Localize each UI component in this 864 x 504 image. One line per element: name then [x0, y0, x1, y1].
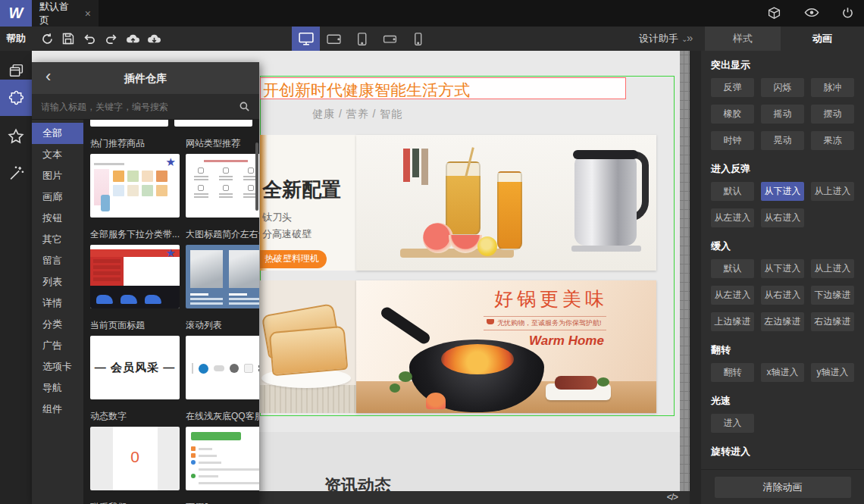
hero-subtitle-text[interactable]: 健康 / 营养 / 智能 [312, 108, 402, 121]
animation-option-button[interactable]: 时钟 [711, 131, 754, 150]
animation-option-button[interactable]: 翻转 [711, 363, 754, 382]
animation-option-button[interactable]: 默认 [711, 259, 754, 278]
plugin-category-item[interactable]: 选项卡 [32, 356, 83, 377]
plugin-card-hot-products[interactable]: ★ [90, 154, 180, 218]
animation-option-button[interactable]: 从上进入 [811, 182, 854, 201]
banner-blender[interactable]: 全新配置 钛刀头 分高速破壁 热破壁料理机 [260, 135, 356, 271]
clear-animation-button[interactable]: 清除动画 [715, 477, 851, 498]
animation-option-button[interactable]: 从右进入 [761, 208, 804, 227]
plugin-category-item[interactable]: 其它 [32, 229, 83, 250]
device-desktop-button[interactable] [292, 27, 320, 51]
search-icon[interactable] [239, 101, 250, 112]
plugin-card-site-types[interactable]: ★ [186, 154, 259, 218]
plugin-title: 联系我们 [90, 501, 180, 504]
refresh-icon[interactable] [41, 33, 54, 45]
plugin-card-scroll-list[interactable]: ★ [186, 336, 259, 399]
device-phone-portrait-button[interactable] [404, 27, 432, 51]
plugin-category-item[interactable]: 图片 [32, 165, 83, 186]
animation-option-button[interactable]: 从左进入 [711, 208, 754, 227]
animation-option-button[interactable]: 从下进入 [761, 182, 804, 201]
device-phone-landscape-button[interactable] [376, 27, 404, 51]
animation-option-button[interactable]: 闪烁 [761, 78, 804, 97]
device-tablet-portrait-button[interactable] [348, 27, 376, 51]
animation-option-button[interactable]: 从左进入 [711, 286, 754, 305]
code-view-icon[interactable]: </> [667, 492, 678, 502]
banner-blender-line2: 分高速破壁 [262, 227, 311, 241]
canvas-scrollbar-ruler[interactable] [680, 51, 690, 491]
hero-title-text[interactable]: 开创新时代健康智能生活方式 [263, 80, 470, 101]
plugin-card-dynamic-number[interactable]: 0 [90, 427, 180, 490]
save-icon[interactable] [62, 33, 75, 45]
tab-style[interactable]: 样式 [705, 27, 781, 51]
animation-option-button[interactable]: 橡胶 [711, 105, 754, 124]
animation-option-button[interactable]: 摇动 [761, 105, 804, 124]
plugin-card-page-title[interactable]: — 会员风采 — [90, 336, 180, 399]
collapse-panel-chevrons[interactable]: » [687, 27, 693, 51]
design-assistant-dropdown[interactable]: 设计助手⌄ [639, 27, 687, 51]
plugin-panel-header: ‹ 插件仓库 [32, 62, 259, 94]
tab-animation[interactable]: 动画 [781, 27, 864, 51]
plugin-category-item[interactable]: 详情 [32, 293, 83, 314]
animation-option-button[interactable]: 果冻 [811, 131, 854, 150]
banner-toast-photo[interactable] [260, 280, 356, 413]
animation-option-button[interactable]: 反弹 [711, 78, 754, 97]
favorite-star-icon[interactable]: ★ [166, 156, 176, 167]
animation-option-button[interactable]: 右边缘进 [811, 312, 854, 331]
plugin-category-item[interactable]: 导航 [32, 377, 83, 399]
plugin-category-item[interactable]: 组件 [32, 399, 83, 420]
favorite-star-icon[interactable]: ★ [166, 247, 176, 258]
animation-option-button[interactable]: 默认 [711, 182, 754, 201]
animation-section-title: 进入反弹 [711, 162, 854, 174]
animation-section-title: 光速 [711, 394, 854, 406]
animation-option-button[interactable]: 上边缘进 [711, 312, 754, 331]
animation-option-button[interactable]: 左边缘进 [761, 312, 804, 331]
help-button[interactable]: 帮助 [6, 27, 26, 51]
plugin-card-qq-service[interactable] [186, 427, 259, 490]
cloud-upload-icon[interactable] [126, 33, 139, 45]
cloud-download-icon[interactable] [147, 33, 160, 45]
animation-section: 缓入默认从下进入从上进入从左进入从右进入下边缘进上边缘进左边缘进右边缘进 [711, 239, 854, 331]
animation-option-button[interactable]: 进入 [711, 414, 754, 433]
juice-pitcher [446, 161, 481, 236]
device-tablet-landscape-button[interactable] [320, 27, 348, 51]
plugin-category-item[interactable]: 分类 [32, 314, 83, 335]
animation-option-button[interactable]: 晃动 [761, 131, 804, 150]
preview-eye-icon[interactable] [804, 7, 819, 20]
plugin-category-item[interactable]: 文本 [32, 144, 83, 165]
page-tab[interactable]: 默认首页 × [32, 0, 99, 27]
sidebar-item-tools[interactable] [0, 155, 32, 190]
animation-option-button[interactable]: y轴进入 [811, 363, 854, 382]
kettle-base [571, 246, 641, 252]
animation-option-button[interactable]: 下边缘进 [811, 286, 854, 305]
power-icon[interactable] [841, 7, 856, 20]
animation-option-button[interactable]: 从下进入 [761, 259, 804, 278]
plugin-card-clipped[interactable] [90, 120, 168, 127]
plugin-category-item[interactable]: 画廊 [32, 186, 83, 208]
plugin-card-services-dropdown[interactable]: ★ [90, 245, 180, 308]
sidebar-item-favorites[interactable] [0, 119, 32, 154]
plugin-category-item[interactable]: 留言 [32, 250, 83, 271]
plugin-card-clipped[interactable] [174, 120, 252, 127]
plugin-category-item[interactable]: 全部 [32, 123, 83, 144]
tab-close-icon[interactable]: × [85, 8, 91, 20]
plugin-panel-scrollbar[interactable] [255, 142, 258, 211]
redo-icon[interactable] [105, 33, 117, 45]
banner-kettle-photo[interactable] [356, 135, 656, 271]
animation-option-button[interactable]: x轴进入 [761, 363, 804, 382]
logo-letter: W [9, 5, 23, 22]
animation-option-button[interactable]: 脉冲 [811, 78, 854, 97]
app-logo[interactable]: W [0, 0, 32, 27]
banner-wok-photo[interactable]: 好锅更美味 无忧购物，至诚服务为你保驾护航! Warm Home [356, 280, 656, 413]
plugin-category-item[interactable]: 按钮 [32, 208, 83, 229]
components-cube-icon[interactable] [767, 7, 782, 20]
news-section-title[interactable]: 资讯动态 [324, 474, 391, 491]
plugin-category-item[interactable]: 广告 [32, 335, 83, 356]
plugin-card-image-switcher[interactable] [186, 245, 259, 308]
animation-option-button[interactable]: 从右进入 [761, 286, 804, 305]
plugin-category-item[interactable]: 列表 [32, 271, 83, 293]
animation-option-button[interactable]: 从上进入 [811, 259, 854, 278]
sidebar-item-plugins[interactable] [0, 80, 32, 116]
plugin-search-input[interactable] [41, 102, 239, 112]
undo-icon[interactable] [83, 33, 96, 45]
animation-option-button[interactable]: 摆动 [811, 105, 854, 124]
